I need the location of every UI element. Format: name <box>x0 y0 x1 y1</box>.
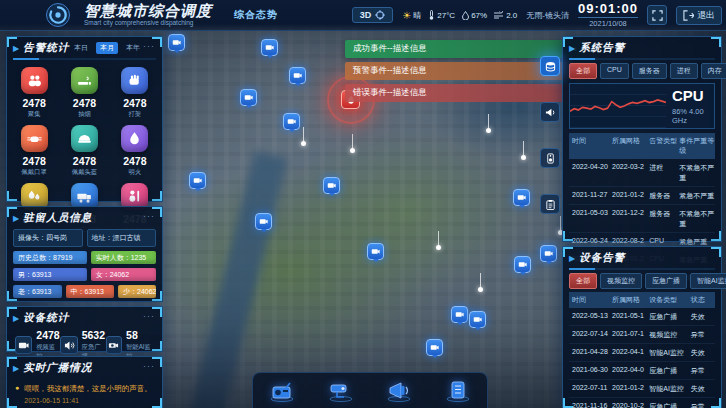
map-camera-marker[interactable] <box>283 113 300 130</box>
map-camera-marker[interactable] <box>469 311 486 328</box>
table-row[interactable]: 2022-05-13 2021-05-1 应急广播 失效 <box>569 308 715 326</box>
ai-camera-icon <box>106 336 122 354</box>
personnel-panel: ▶ 驻留人员信息 ··· 摄像头：四号岗 地址：漂口古镇 历史总数：87919实… <box>6 206 163 302</box>
map-camera-marker[interactable] <box>240 89 257 106</box>
table-row[interactable]: 2022-04-20 2022-03-2 进程 不紧急不严重 <box>569 159 715 187</box>
map-camera-marker[interactable] <box>168 34 185 51</box>
cell-grid: 2021-12-2 <box>612 209 649 229</box>
tab-memory[interactable]: 内存 <box>701 63 726 79</box>
map-camera-marker[interactable] <box>513 189 530 206</box>
panel-arrow-icon: ▶ <box>569 44 575 53</box>
camera-icon <box>518 260 527 269</box>
tab-video[interactable]: 视频监控 <box>600 273 642 289</box>
tab-broadcast[interactable]: 应急广播 <box>645 273 687 289</box>
tab-cpu[interactable]: CPU <box>600 63 629 79</box>
sky-label: 晴 <box>413 10 421 21</box>
map-poi-dot[interactable] <box>486 128 491 133</box>
cell-status: 异常 <box>691 330 715 340</box>
tab-all[interactable]: 全部 <box>569 63 597 79</box>
strip-speaker-button[interactable] <box>540 148 560 168</box>
table-row[interactable]: 2021-06-30 2022-04-0 应急广播 异常 <box>569 362 715 380</box>
strip-alarm-button[interactable] <box>540 102 560 122</box>
tab-process[interactable]: 进程 <box>670 63 698 79</box>
cell-time: 2022-07-11 <box>569 384 612 394</box>
map-camera-marker[interactable] <box>323 177 340 194</box>
camera-icon <box>265 43 274 52</box>
cell-grid: 2022-04-1 <box>612 348 649 358</box>
logout-button[interactable]: 退出 <box>676 6 722 25</box>
camera-icon <box>473 315 482 324</box>
megaphone-button[interactable] <box>384 377 414 405</box>
alarm-stat-helmet[interactable]: 2478 佩戴头盔 <box>59 125 109 177</box>
more-menu[interactable]: ··· <box>143 41 155 51</box>
map-poi-dot[interactable] <box>521 155 526 160</box>
panel-divider <box>569 268 715 270</box>
cpu-info: CPU 86% 4.00 GHz <box>666 84 714 128</box>
broadcast-title: 实时广播情况 <box>23 361 92 375</box>
table-row[interactable]: 2021-11-27 2021-01-2 服务器 紧急不严重 <box>569 187 715 205</box>
cctv-camera-button[interactable] <box>326 377 356 405</box>
alarm-stat-label: 抽烟 <box>59 110 109 119</box>
map-poi-dot[interactable] <box>301 141 306 146</box>
table-row[interactable]: 2021-11-16 2020-10-2 应急广播 异常 <box>569 398 715 408</box>
kiosk-button[interactable] <box>443 377 473 405</box>
weather-readout: ☀晴 27°C 67% 2.0 <box>402 10 517 21</box>
tab-ai[interactable]: 智能AI监控 <box>690 273 726 289</box>
tab-all[interactable]: 全部 <box>569 273 597 289</box>
map-camera-marker[interactable] <box>514 256 531 273</box>
cell-severity: 紧急严重 <box>679 237 715 247</box>
table-row[interactable]: 2021-05-03 2021-12-2 服务器 不紧急不严重 <box>569 205 715 233</box>
dashboard: 智慧城市综合调度 Smart city comprehensive dispat… <box>0 0 726 408</box>
map-camera-marker[interactable] <box>189 172 206 189</box>
map-camera-marker[interactable] <box>426 339 443 356</box>
map-camera-marker[interactable] <box>289 67 306 84</box>
strip-layers-button[interactable] <box>540 56 560 76</box>
cell-device-type: 应急广播 <box>649 312 690 322</box>
tab-this-year[interactable]: 本年 <box>122 42 144 54</box>
more-menu[interactable]: ··· <box>143 211 155 221</box>
alarm-stat-fight[interactable]: 2478 打架 <box>110 67 160 119</box>
alarm-stat-mask[interactable]: 2478 佩戴口罩 <box>9 125 59 177</box>
alarm-stat-open-flame[interactable]: 2478 明火 <box>110 125 160 177</box>
clipboard-icon <box>545 199 556 210</box>
alarm-stat-smoking[interactable]: 2478 抽烟 <box>59 67 109 119</box>
alarm-stat-crowd[interactable]: 2478 聚集 <box>9 67 59 119</box>
page-subtitle: Smart city comprehensive dispatching <box>84 20 212 27</box>
alarm-stat-label: 聚集 <box>9 110 59 119</box>
mode-3d-button[interactable]: 3D <box>352 7 394 23</box>
tab-today[interactable]: 本日 <box>70 42 92 54</box>
map-camera-marker[interactable] <box>255 213 272 230</box>
col-status: 状态 <box>691 295 715 305</box>
more-menu[interactable]: ··· <box>143 361 155 371</box>
camera-icon <box>455 310 464 319</box>
device-stat-value: 2478 <box>36 330 60 341</box>
map-camera-marker[interactable] <box>451 306 468 323</box>
tab-overview[interactable]: 综合态势 <box>234 8 278 22</box>
table-header: 时间 所属网格 设备类型 状态 <box>569 292 715 308</box>
map-poi-dot[interactable] <box>350 148 355 153</box>
tab-server[interactable]: 服务器 <box>632 63 667 79</box>
more-menu[interactable]: ··· <box>143 311 155 321</box>
panel-arrow-icon: ▶ <box>13 214 19 223</box>
camera-icon <box>517 193 526 202</box>
map-camera-marker[interactable] <box>540 245 557 262</box>
table-row[interactable]: 2022-07-14 2021-07-1 视频监控 异常 <box>569 326 715 344</box>
table-header: 时间 所属网格 告警类型 事件严重等级 <box>569 133 715 159</box>
map-poi-dot[interactable] <box>436 245 441 250</box>
radio-device-button[interactable] <box>267 377 297 405</box>
fullscreen-button[interactable] <box>647 5 667 25</box>
cell-severity: 不紧急不严重 <box>679 209 715 229</box>
table-row[interactable]: 2022-07-11 2021-01-2 智能AI监控 失效 <box>569 380 715 398</box>
personnel-title: 驻留人员信息 <box>23 211 92 225</box>
table-row[interactable]: 2021-04-28 2022-04-1 智能AI监控 失效 <box>569 344 715 362</box>
strip-report-button[interactable] <box>540 194 560 214</box>
map-camera-marker[interactable] <box>261 39 278 56</box>
date-value: 2021/10/08 <box>578 17 638 28</box>
tab-this-month[interactable]: 本月 <box>96 42 118 54</box>
map-poi-dot[interactable] <box>478 287 483 292</box>
temp-value: 27°C <box>437 11 455 20</box>
alarm-stat-label: 佩戴头盔 <box>59 168 109 177</box>
fullscreen-icon <box>652 10 663 21</box>
map-camera-marker[interactable] <box>367 243 384 260</box>
camera-icon <box>327 181 336 190</box>
